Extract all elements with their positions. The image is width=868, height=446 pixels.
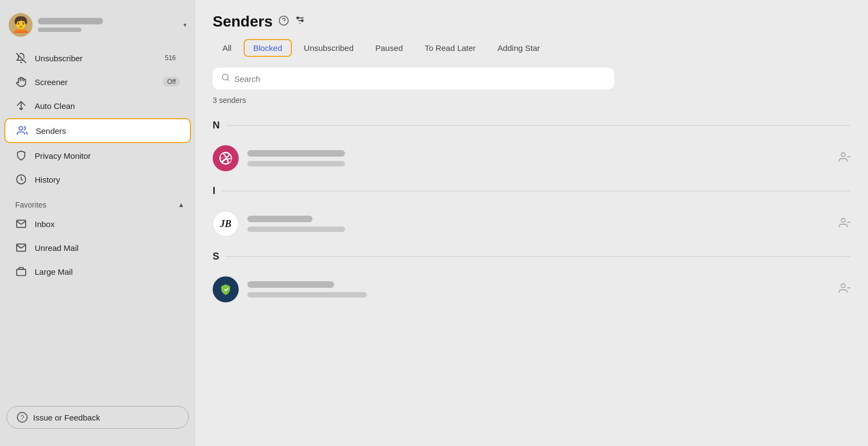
svg-line-0 [16, 53, 26, 63]
section-n-divider [226, 125, 851, 126]
section-i-divider [222, 191, 851, 191]
favorites-section-header[interactable]: Favorites ▲ [0, 195, 195, 211]
sender-i1-email [247, 227, 345, 232]
arrow-down-icon [15, 100, 27, 112]
chevron-down-icon[interactable]: ▾ [183, 21, 187, 29]
mail-bulk-icon [15, 266, 27, 277]
sender-i1-name [247, 216, 312, 222]
sidebar-item-label-history: History [35, 175, 180, 184]
sidebar-item-privacy-monitor[interactable]: Privacy Monitor [4, 144, 191, 167]
sender-n1-info [247, 150, 830, 166]
sidebar-item-screener[interactable]: Screener Off [4, 70, 191, 93]
avatar-emoji: 🧑‍🦱 [11, 17, 30, 33]
section-i-header: I [213, 185, 851, 197]
unsubscriber-badge: 516 [161, 53, 180, 63]
sender-n1-name [247, 150, 345, 157]
sender-s1-info [247, 281, 830, 298]
senders-icon [16, 125, 28, 137]
bell-slash-icon [15, 52, 27, 64]
sender-row-i1: JB [213, 205, 851, 242]
search-input[interactable] [234, 74, 605, 83]
sidebar-item-label-inbox: Inbox [35, 219, 180, 229]
sender-avatar-dribbble [213, 145, 239, 171]
svg-line-4 [17, 245, 21, 248]
search-bar [213, 68, 614, 89]
sidebar-header: 🧑‍🦱 ▾ [0, 9, 195, 46]
feedback-button[interactable]: ? Issue or Feedback [7, 406, 189, 429]
tab-adding-star[interactable]: Adding Star [488, 39, 550, 57]
sidebar-item-label-auto-clean: Auto Clean [35, 101, 180, 111]
feedback-label: Issue or Feedback [33, 413, 100, 422]
favorites-chevron-icon: ▲ [178, 201, 184, 209]
sidebar-item-label-screener: Screener [35, 77, 155, 87]
svg-point-13 [222, 74, 228, 80]
search-icon [221, 73, 230, 84]
sidebar-item-label-unread-mail: Unread Mail [35, 243, 180, 253]
section-letter-i: I [213, 185, 215, 197]
user-name-bar [38, 18, 103, 24]
envelope-open-icon [15, 242, 27, 254]
clock-icon [15, 173, 27, 185]
senders-count: 3 senders [213, 96, 851, 105]
svg-rect-5 [17, 269, 26, 276]
sidebar-item-senders[interactable]: Senders [4, 118, 191, 143]
sidebar: 🧑‍🦱 ▾ Unsubscriber 516 [0, 0, 195, 446]
sidebar-item-inbox[interactable]: Inbox [4, 212, 191, 235]
sidebar-item-label-privacy-monitor: Privacy Monitor [35, 151, 180, 160]
sender-row-s1 [213, 271, 851, 308]
sender-i1-info [247, 216, 830, 232]
sidebar-item-label-unsubscriber: Unsubscriber [35, 54, 153, 63]
sender-avatar-shield [213, 276, 239, 302]
sender-s1-name [247, 281, 334, 288]
section-letter-s: S [213, 251, 219, 262]
question-icon: ? [17, 412, 28, 423]
help-icon[interactable] [278, 15, 289, 29]
envelope-icon [15, 218, 27, 230]
sidebar-nav: Unsubscriber 516 Screener Off [0, 46, 195, 397]
main-content: Senders All Blocked Unsubscribed Paused … [195, 0, 868, 446]
tab-all[interactable]: All [213, 39, 241, 57]
sidebar-footer: ? Issue or Feedback [0, 397, 195, 437]
unsubscribe-icon-s1[interactable] [839, 282, 851, 297]
sender-n1-email [247, 161, 345, 166]
svg-line-14 [227, 79, 229, 81]
favorites-label: Favorites [15, 201, 47, 209]
tab-unsubscribed[interactable]: Unsubscribed [294, 39, 363, 57]
svg-point-16 [841, 152, 845, 156]
tab-blocked[interactable]: Blocked [244, 39, 292, 57]
screener-badge: Off [163, 77, 180, 87]
sidebar-item-large-mail[interactable]: Large Mail [4, 260, 191, 283]
sidebar-item-label-large-mail: Large Mail [35, 267, 180, 276]
user-sub-bar [38, 28, 81, 32]
section-n-header: N [213, 120, 851, 131]
shield-icon [15, 150, 27, 161]
page-title: Senders [213, 13, 273, 30]
tabs-bar: All Blocked Unsubscribed Paused To Read … [213, 39, 851, 57]
filter-icon[interactable] [295, 15, 305, 29]
sidebar-item-unsubscriber[interactable]: Unsubscriber 516 [4, 47, 191, 69]
sidebar-item-unread-mail[interactable]: Unread Mail [4, 236, 191, 259]
section-s-divider [226, 256, 851, 257]
page-header: Senders [213, 13, 851, 30]
section-s-header: S [213, 251, 851, 262]
tab-paused[interactable]: Paused [366, 39, 413, 57]
sidebar-item-history[interactable]: History [4, 168, 191, 191]
section-letter-n: N [213, 120, 220, 131]
sender-row-n1 [213, 140, 851, 177]
svg-point-11 [297, 17, 298, 18]
sidebar-item-label-senders: Senders [36, 126, 179, 135]
tab-to-read-later[interactable]: To Read Later [415, 39, 486, 57]
unsubscribe-icon-i1[interactable] [839, 217, 851, 231]
hand-icon [15, 76, 27, 88]
sidebar-item-auto-clean[interactable]: Auto Clean [4, 94, 191, 117]
avatar: 🧑‍🦱 [9, 13, 33, 37]
svg-point-12 [301, 20, 303, 21]
sender-s1-email [247, 292, 367, 298]
user-info [38, 18, 178, 32]
sender-avatar-jb: JB [213, 211, 239, 237]
svg-point-18 [841, 218, 845, 222]
unsubscribe-icon-n1[interactable] [839, 151, 851, 166]
svg-point-2 [19, 127, 23, 131]
svg-point-21 [841, 283, 845, 287]
